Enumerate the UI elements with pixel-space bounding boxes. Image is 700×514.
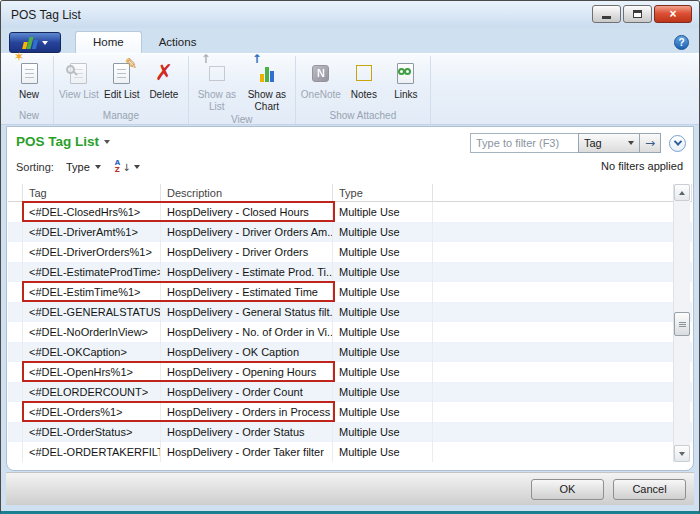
cell-type[interactable]: Multiple Use: [333, 322, 433, 342]
table-row[interactable]: <#DEL-OpenHrs%1> HospDelivery - Opening …: [8, 362, 692, 382]
cell-type[interactable]: Multiple Use: [333, 382, 433, 402]
row-selector[interactable]: [8, 262, 23, 282]
cell-tag[interactable]: <#DEL-ClosedHrs%1>: [23, 202, 161, 222]
onenote-button[interactable]: N OneNote: [299, 56, 343, 101]
table-row[interactable]: <#DEL-EstimTime%1> HospDelivery - Estima…: [8, 282, 692, 302]
table-row[interactable]: <#DEL-OKCaption> HospDelivery - OK Capti…: [8, 342, 692, 362]
cell-type[interactable]: Multiple Use: [333, 422, 433, 442]
cell-description[interactable]: HospDelivery - Order Taker filter: [161, 442, 333, 462]
row-selector[interactable]: [8, 222, 23, 242]
cell-description[interactable]: HospDelivery - OK Caption: [161, 342, 333, 362]
links-button[interactable]: Links: [385, 56, 427, 101]
cell-type[interactable]: Multiple Use: [333, 222, 433, 242]
cell-description[interactable]: HospDelivery - Order Count: [161, 382, 333, 402]
cell-description[interactable]: HospDelivery - Order Status: [161, 422, 333, 442]
cell-type[interactable]: Multiple Use: [333, 342, 433, 362]
cell-tag[interactable]: <#DEL-DriverOrders%1>: [23, 242, 161, 262]
cell-tag[interactable]: <#DEL-EstimTime%1>: [23, 282, 161, 302]
cell-tag[interactable]: <#DELORDERCOUNT>: [23, 382, 161, 402]
expand-filter-pane-button[interactable]: [669, 135, 686, 152]
cell-type[interactable]: Multiple Use: [333, 402, 433, 422]
row-selector[interactable]: [8, 282, 23, 302]
cell-tag[interactable]: <#DEL-Orders%1>: [23, 402, 161, 422]
row-selector[interactable]: [8, 422, 23, 442]
table-row[interactable]: <#DEL-DriverAmt%1> HospDelivery - Driver…: [8, 222, 692, 242]
cell-type[interactable]: Multiple Use: [333, 442, 433, 462]
cell-description[interactable]: HospDelivery - No. of Order in Vi...: [161, 322, 333, 342]
new-document-icon: ✶: [21, 58, 38, 88]
sort-order-button[interactable]: AZ ↓: [115, 160, 140, 174]
cell-description[interactable]: HospDelivery - Driver Orders Am...: [161, 222, 333, 242]
close-button[interactable]: ×: [654, 5, 692, 23]
sorting-field-dropdown[interactable]: Type: [66, 161, 101, 173]
cell-type[interactable]: Multiple Use: [333, 302, 433, 322]
apply-filter-button[interactable]: →: [640, 133, 661, 153]
vertical-scrollbar[interactable]: [673, 184, 690, 462]
minimize-button[interactable]: [592, 5, 621, 23]
scrollbar-thumb[interactable]: [674, 312, 690, 336]
cell-type[interactable]: Multiple Use: [333, 362, 433, 382]
cell-description[interactable]: HospDelivery - Driver Orders: [161, 242, 333, 262]
edit-list-button[interactable]: ✎ Edit List: [101, 56, 143, 101]
cell-tag[interactable]: <#DEL-ORDERTAKERFILTE...: [23, 442, 161, 462]
table-row[interactable]: <#DEL-DriverOrders%1> HospDelivery - Dri…: [8, 242, 692, 262]
cell-type[interactable]: Multiple Use: [333, 282, 433, 302]
row-selector[interactable]: [8, 442, 23, 462]
show-as-chart-button[interactable]: ↑ Show as Chart: [242, 56, 292, 112]
tab-home[interactable]: Home: [75, 31, 142, 53]
maximize-button[interactable]: [623, 5, 652, 23]
new-button[interactable]: ✶ New: [8, 56, 50, 101]
row-selector[interactable]: [8, 322, 23, 342]
cell-tag[interactable]: <#DEL-OpenHrs%1>: [23, 362, 161, 382]
delete-button[interactable]: ✗ Delete: [143, 56, 185, 101]
table-row[interactable]: <#DEL-OrderStatus> HospDelivery - Order …: [8, 422, 692, 442]
cell-tag[interactable]: <#DEL-GENERALSTATUSF...: [23, 302, 161, 322]
filter-input[interactable]: [470, 133, 578, 153]
table-row[interactable]: <#DEL-GENERALSTATUSF... HospDelivery - G…: [8, 302, 692, 322]
cell-type[interactable]: Multiple Use: [333, 262, 433, 282]
row-selector[interactable]: [8, 302, 23, 322]
row-selector[interactable]: [8, 342, 23, 362]
scroll-down-button[interactable]: [674, 445, 690, 462]
tab-actions[interactable]: Actions: [142, 32, 214, 53]
ok-button[interactable]: OK: [531, 479, 604, 500]
ribbon: ✶ New New View List ✎ Edit List ✗ Delete: [1, 53, 699, 125]
column-header-type[interactable]: Type: [333, 184, 433, 202]
cell-description[interactable]: HospDelivery - Opening Hours: [161, 362, 333, 382]
table-row[interactable]: <#DEL-NoOrderInView> HospDelivery - No. …: [8, 322, 692, 342]
cell-tag[interactable]: <#DEL-DriverAmt%1>: [23, 222, 161, 242]
column-header-tag[interactable]: Tag: [23, 184, 161, 202]
table-row[interactable]: <#DEL-ORDERTAKERFILTE... HospDelivery - …: [8, 442, 692, 462]
cell-type[interactable]: Multiple Use: [333, 202, 433, 222]
cell-tag[interactable]: <#DEL-NoOrderInView>: [23, 322, 161, 342]
table-row[interactable]: <#DEL-EstimateProdTime> HospDelivery - E…: [8, 262, 692, 282]
help-button[interactable]: ?: [674, 35, 689, 50]
cell-description[interactable]: HospDelivery - Closed Hours: [161, 202, 333, 222]
row-selector[interactable]: [8, 242, 23, 262]
cell-tag[interactable]: <#DEL-OrderStatus>: [23, 422, 161, 442]
row-selector[interactable]: [8, 382, 23, 402]
row-selector[interactable]: [8, 202, 23, 222]
cell-tag[interactable]: <#DEL-EstimateProdTime>: [23, 262, 161, 282]
cell-tag[interactable]: <#DEL-OKCaption>: [23, 342, 161, 362]
cell-description[interactable]: HospDelivery - Orders in Process: [161, 402, 333, 422]
cell-description[interactable]: HospDelivery - General Status filt...: [161, 302, 333, 322]
cell-type[interactable]: Multiple Use: [333, 242, 433, 262]
view-list-button[interactable]: View List: [57, 56, 101, 101]
notes-button[interactable]: Notes: [343, 56, 385, 101]
table-row[interactable]: <#DEL-ClosedHrs%1> HospDelivery - Closed…: [8, 202, 692, 222]
table-row[interactable]: <#DELORDERCOUNT> HospDelivery - Order Co…: [8, 382, 692, 402]
show-as-list-button[interactable]: ↑ Show as List: [192, 56, 242, 112]
row-selector[interactable]: [8, 402, 23, 422]
table-row[interactable]: <#DEL-Orders%1> HospDelivery - Orders in…: [8, 402, 692, 422]
filter-column-dropdown[interactable]: Tag: [578, 133, 640, 153]
page-title[interactable]: POS Tag List: [16, 134, 110, 149]
cell-description[interactable]: HospDelivery - Estimated Time: [161, 282, 333, 302]
scroll-up-button[interactable]: [674, 184, 690, 201]
ribbon-group-caption: Show Attached: [299, 108, 427, 124]
row-selector[interactable]: [8, 362, 23, 382]
cell-description[interactable]: HospDelivery - Estimate Prod. Ti...: [161, 262, 333, 282]
chevron-down-icon: [42, 41, 48, 45]
cancel-button[interactable]: Cancel: [613, 479, 686, 500]
column-header-description[interactable]: Description: [161, 184, 333, 202]
